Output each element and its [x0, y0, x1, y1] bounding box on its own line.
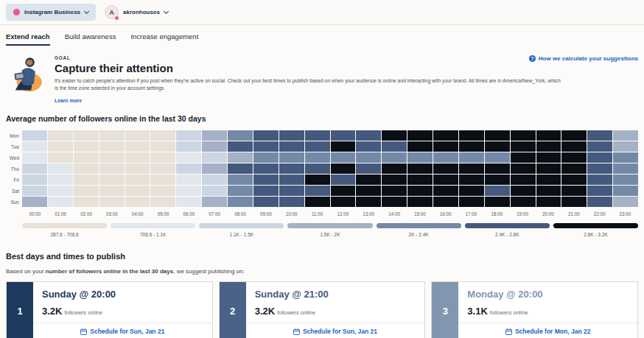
heatmap-cell[interactable]	[125, 175, 150, 185]
heatmap-cell[interactable]	[382, 163, 407, 174]
heatmap-cell[interactable]	[228, 197, 253, 207]
heatmap-cell[interactable]	[331, 175, 356, 185]
heatmap-cell[interactable]	[202, 197, 227, 207]
heatmap-cell[interactable]	[356, 130, 381, 141]
heatmap-cell[interactable]	[331, 163, 356, 174]
heatmap-cell[interactable]	[536, 186, 561, 196]
heatmap-cell[interactable]	[253, 163, 279, 174]
heatmap-cell[interactable]	[150, 197, 175, 207]
heatmap-cell[interactable]	[382, 141, 407, 152]
heatmap-cell[interactable]	[74, 130, 99, 141]
heatmap-cell[interactable]	[511, 141, 536, 152]
heatmap-cell[interactable]	[561, 186, 587, 196]
heatmap-cell[interactable]	[22, 186, 47, 196]
heatmap-cell[interactable]	[587, 163, 612, 174]
heatmap-cell[interactable]	[536, 152, 561, 163]
heatmap-cell[interactable]	[485, 130, 510, 141]
heatmap-cell[interactable]	[587, 130, 612, 141]
heatmap-cell[interactable]	[74, 141, 99, 152]
heatmap-cell[interactable]	[407, 163, 433, 174]
account-selector[interactable]: A akronhouses	[105, 5, 168, 19]
heatmap-cell[interactable]	[561, 163, 587, 174]
heatmap-cell[interactable]	[99, 152, 125, 163]
heatmap-cell[interactable]	[74, 163, 99, 174]
heatmap-cell[interactable]	[587, 152, 612, 163]
heatmap-cell[interactable]	[305, 130, 330, 141]
heatmap-cell[interactable]	[48, 152, 73, 163]
heatmap-cell[interactable]	[331, 130, 356, 141]
heatmap-cell[interactable]	[176, 141, 201, 152]
heatmap-cell[interactable]	[48, 175, 73, 185]
heatmap-cell[interactable]	[279, 152, 304, 163]
heatmap-cell[interactable]	[202, 163, 227, 174]
heatmap-cell[interactable]	[305, 186, 330, 196]
heatmap-cell[interactable]	[253, 186, 279, 196]
heatmap-cell[interactable]	[279, 175, 304, 185]
heatmap-cell[interactable]	[433, 152, 458, 163]
heatmap-cell[interactable]	[382, 130, 407, 141]
heatmap-cell[interactable]	[74, 186, 99, 196]
heatmap-cell[interactable]	[279, 141, 304, 152]
heatmap-cell[interactable]	[407, 130, 433, 141]
heatmap-cell[interactable]	[433, 163, 458, 174]
heatmap-cell[interactable]	[253, 175, 279, 185]
heatmap-cell[interactable]	[459, 130, 484, 141]
heatmap-cell[interactable]	[125, 152, 150, 163]
heatmap-cell[interactable]	[48, 186, 73, 196]
heatmap-cell[interactable]	[459, 186, 484, 196]
heatmap-cell[interactable]	[407, 197, 433, 207]
heatmap-cell[interactable]	[356, 175, 381, 185]
heatmap-cell[interactable]	[125, 197, 150, 207]
heatmap-cell[interactable]	[459, 197, 484, 207]
heatmap-cell[interactable]	[433, 130, 458, 141]
network-selector[interactable]: Instagram Business	[6, 4, 96, 21]
heatmap-cell[interactable]	[22, 197, 47, 207]
heatmap-cell[interactable]	[613, 197, 638, 207]
heatmap-cell[interactable]	[485, 163, 510, 174]
heatmap-cell[interactable]	[536, 175, 561, 185]
heatmap-cell[interactable]	[382, 197, 407, 207]
schedule-button[interactable]: Schedule for Mon, Jan 22	[458, 323, 637, 338]
heatmap-cell[interactable]	[561, 175, 587, 185]
heatmap-cell[interactable]	[356, 197, 381, 207]
heatmap-cell[interactable]	[48, 141, 73, 152]
heatmap-cell[interactable]	[511, 163, 536, 174]
heatmap-cell[interactable]	[176, 152, 201, 163]
heatmap-cell[interactable]	[511, 197, 536, 207]
heatmap-cell[interactable]	[125, 141, 150, 152]
heatmap-cell[interactable]	[407, 152, 433, 163]
heatmap-cell[interactable]	[305, 197, 330, 207]
heatmap-cell[interactable]	[176, 130, 201, 141]
heatmap-cell[interactable]	[48, 130, 73, 141]
tab-increase-engagement[interactable]: Increase engagement	[130, 32, 198, 46]
heatmap-cell[interactable]	[150, 163, 175, 174]
how-we-calculate-link[interactable]: ? How we calculate your suggestions	[529, 55, 638, 62]
heatmap-cell[interactable]	[613, 186, 638, 196]
heatmap-cell[interactable]	[253, 197, 279, 207]
heatmap-cell[interactable]	[125, 130, 150, 141]
heatmap-cell[interactable]	[587, 197, 612, 207]
heatmap-cell[interactable]	[331, 186, 356, 196]
heatmap-cell[interactable]	[485, 197, 510, 207]
heatmap-cell[interactable]	[125, 186, 150, 196]
heatmap-cell[interactable]	[279, 197, 304, 207]
heatmap-cell[interactable]	[74, 197, 99, 207]
heatmap-cell[interactable]	[22, 175, 47, 185]
heatmap-cell[interactable]	[22, 130, 47, 141]
heatmap-cell[interactable]	[433, 186, 458, 196]
heatmap-cell[interactable]	[485, 186, 510, 196]
heatmap-cell[interactable]	[228, 163, 253, 174]
heatmap-cell[interactable]	[511, 186, 536, 196]
heatmap-cell[interactable]	[331, 197, 356, 207]
heatmap-cell[interactable]	[433, 197, 458, 207]
heatmap-cell[interactable]	[305, 152, 330, 163]
heatmap-cell[interactable]	[459, 175, 484, 185]
heatmap-cell[interactable]	[561, 130, 587, 141]
heatmap-cell[interactable]	[176, 197, 201, 207]
heatmap-cell[interactable]	[125, 163, 150, 174]
heatmap-cell[interactable]	[22, 141, 47, 152]
heatmap-cell[interactable]	[99, 141, 125, 152]
heatmap-cell[interactable]	[99, 175, 125, 185]
heatmap-cell[interactable]	[74, 152, 99, 163]
heatmap-cell[interactable]	[511, 152, 536, 163]
